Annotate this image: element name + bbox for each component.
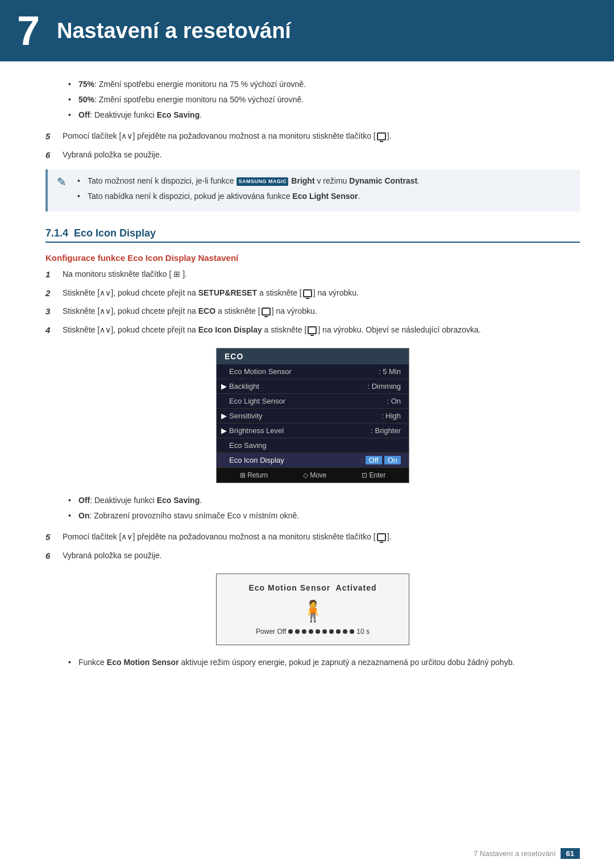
eco-row-saving: Eco Saving	[217, 438, 409, 453]
eco-row-saving-label: Eco Saving	[229, 441, 267, 450]
bright-label: Bright	[291, 176, 314, 185]
bullet-off: Off: Deaktivuje funkci Eco Saving.	[68, 109, 580, 121]
eco-sensor-person-icon: 🧍	[228, 599, 397, 623]
eco-sensor-bar: Power Off 10 s	[228, 628, 397, 636]
eco-sensor-title: Eco Motion Sensor Activated	[228, 583, 397, 592]
bullet-50-text: : Změní spotřebu energie monitoru na 50%…	[94, 95, 304, 104]
bottom-bullet-off: Off: Deaktivuje funkci Eco Saving.	[68, 495, 580, 506]
eco-sensor-container: Eco Motion Sensor Activated 🧍 Power Off …	[45, 574, 580, 645]
dot-6	[322, 629, 327, 634]
step-2-text: Stiskněte [∧∨], pokud chcete přejít na S…	[63, 287, 580, 299]
step-4-text: Stiskněte [∧∨], pokud chcete přejít na E…	[63, 324, 580, 336]
step-5-top-num: 5	[45, 130, 63, 143]
eco-row-brightness: ▶Brightness Level : Brighter	[217, 423, 409, 438]
step-6-bottom: 6 Vybraná položka se použije.	[45, 550, 580, 563]
step-3-num: 3	[45, 305, 63, 318]
eco-sensor-box: Eco Motion Sensor Activated 🧍 Power Off …	[216, 574, 409, 645]
bottom-off-label: Off	[78, 496, 90, 505]
dot-9	[343, 629, 347, 634]
step-5-bottom: 5 Pomocí tlačítek [∧∨] přejděte na požad…	[45, 531, 580, 544]
bottom-on-label: On	[78, 511, 89, 520]
bullet-75: 75%: Změní spotřebu energie monitoru na …	[68, 78, 580, 90]
main-content: 75%: Změní spotřebu energie monitoru na …	[0, 61, 614, 712]
note-item-1: Tato možnost není k dispozici, je-li fun…	[77, 175, 571, 187]
note-box: ✎ Tato možnost není k dispozici, je-li f…	[45, 169, 580, 211]
section-714-heading: 7.1.4 Eco Icon Display	[45, 227, 580, 243]
chapter-header: 7 Nastavení a resetování	[0, 0, 614, 61]
dot-4	[309, 629, 313, 634]
step-6-top-text: Vybraná položka se použije.	[63, 149, 580, 161]
setup-reset-label: SETUP&RESET	[198, 288, 257, 297]
bottom-bullet-list: Off: Deaktivuje funkci Eco Saving. On: Z…	[68, 495, 580, 522]
step-5-top-text: Pomocí tlačítek [∧∨] přejděte na požadov…	[63, 130, 580, 142]
bullet-75-prefix: 75%	[78, 80, 94, 89]
eco-row-motion-sensor-value: : 5 Min	[379, 367, 401, 376]
note-content: Tato možnost není k dispozici, je-li fun…	[77, 175, 571, 206]
monitor-icon-4	[308, 326, 317, 334]
dot-5	[316, 629, 320, 634]
section-714-number: 7.1.4	[45, 227, 68, 239]
final-bullet-list: Funkce Eco Motion Sensor aktivuje režim …	[68, 657, 580, 668]
step-2-num: 2	[45, 287, 63, 300]
eco-motion-sensor-label: Eco Motion Sensor	[107, 658, 179, 667]
footer-text: 7 Nastavení a resetování	[474, 849, 556, 858]
eco-row-light-sensor: Eco Light Sensor : On	[217, 394, 409, 409]
eco-saving-label: Eco Saving	[157, 110, 200, 119]
dot-10	[350, 629, 354, 634]
eco-sensor-title-text: Eco Motion Sensor	[248, 583, 330, 592]
note-icon: ✎	[57, 175, 70, 206]
step-1: 1 Na monitoru stiskněte tlačítko [ ⊞ ].	[45, 268, 580, 281]
page-number: 61	[561, 848, 580, 859]
eco-row-light-sensor-value: : On	[387, 397, 401, 405]
bottom-on-text: : Zobrazení provozního stavu snímače Eco…	[89, 511, 299, 520]
step-5-bottom-text: Pomocí tlačítek [∧∨] přejděte na požadov…	[63, 531, 580, 543]
eco-row-light-sensor-label: Eco Light Sensor	[229, 397, 285, 405]
note-item-2: Tato nabídka není k dispozici, pokud je …	[77, 190, 571, 202]
bullet-75-text: : Změní spotřebu energie monitoru na 75 …	[94, 80, 306, 89]
eco-row-motion-sensor-label: Eco Motion Sensor	[229, 367, 292, 376]
step-6-bottom-text: Vybraná položka se použije.	[63, 550, 580, 562]
step-2: 2 Stiskněte [∧∨], pokud chcete přejít na…	[45, 287, 580, 300]
bullet-off-prefix: Off	[78, 110, 90, 119]
step-6-top: 6 Vybraná položka se použije.	[45, 149, 580, 162]
eco-menu-container: ECO Eco Motion Sensor : 5 Min ▶Backlight…	[45, 348, 580, 483]
top-bullet-list: 75%: Změní spotřebu energie monitoru na …	[68, 78, 580, 121]
timer-label: 10 s	[356, 628, 370, 636]
step-5-top: 5 Pomocí tlačítek [∧∨] přejděte na požad…	[45, 130, 580, 143]
eco-menu-footer: ⊞ Return ◇ Move ⊡ Enter	[217, 468, 409, 483]
eco-row-brightness-arrow: ▶Brightness Level	[221, 426, 284, 435]
final-bullet-text1: Funkce	[78, 658, 107, 667]
eco-row-icon-display: Eco Icon Display : Off On	[217, 453, 409, 468]
monitor-icon-1	[377, 132, 386, 140]
power-off-label: Power Off	[256, 628, 286, 636]
eco-row-brightness-value: : Brighter	[371, 426, 401, 435]
final-bullet-item: Funkce Eco Motion Sensor aktivuje režim …	[68, 657, 580, 668]
eco-icon-display-label: Eco Icon Display	[198, 325, 262, 334]
footer-enter: ⊡ Enter	[362, 471, 385, 479]
step-3: 3 Stiskněte [∧∨], pokud chcete přejít na…	[45, 305, 580, 318]
monitor-icon-2	[303, 289, 312, 297]
step-6-top-num: 6	[45, 149, 63, 162]
step-5-bottom-num: 5	[45, 531, 63, 544]
chapter-number: 7	[17, 10, 40, 51]
dot-2	[295, 629, 300, 634]
step-4: 4 Stiskněte [∧∨], pokud chcete přejít na…	[45, 324, 580, 337]
step-3-text: Stiskněte [∧∨], pokud chcete přejít na E…	[63, 305, 580, 317]
konfigurace-heading: Konfigurace funkce Eco Icon Display Nast…	[45, 253, 580, 263]
eco-row-sensitivity-arrow: ▶Sensitivity	[221, 412, 263, 420]
final-bullet-text2: aktivuje režim úspory energie, pokud je …	[179, 658, 515, 667]
dot-1	[288, 629, 293, 634]
eco-label: ECO	[198, 306, 215, 315]
eco-menu: ECO Eco Motion Sensor : 5 Min ▶Backlight…	[216, 348, 409, 483]
bottom-eco-saving-label: Eco Saving	[157, 496, 200, 505]
eco-menu-title: ECO	[217, 348, 409, 364]
step-6-bottom-num: 6	[45, 550, 63, 563]
monitor-icon-5	[377, 533, 386, 541]
note-bullet-list: Tato možnost není k dispozici, je-li fun…	[77, 175, 571, 202]
eco-light-sensor-label: Eco Light Sensor	[292, 192, 358, 201]
activated-label: Activated	[336, 583, 377, 592]
footer-move: ◇ Move	[303, 471, 327, 479]
eco-row-on-value: On	[384, 456, 401, 464]
monitor-icon-3	[262, 308, 271, 315]
bullet-off-text: : Deaktivuje funkci	[90, 110, 157, 119]
